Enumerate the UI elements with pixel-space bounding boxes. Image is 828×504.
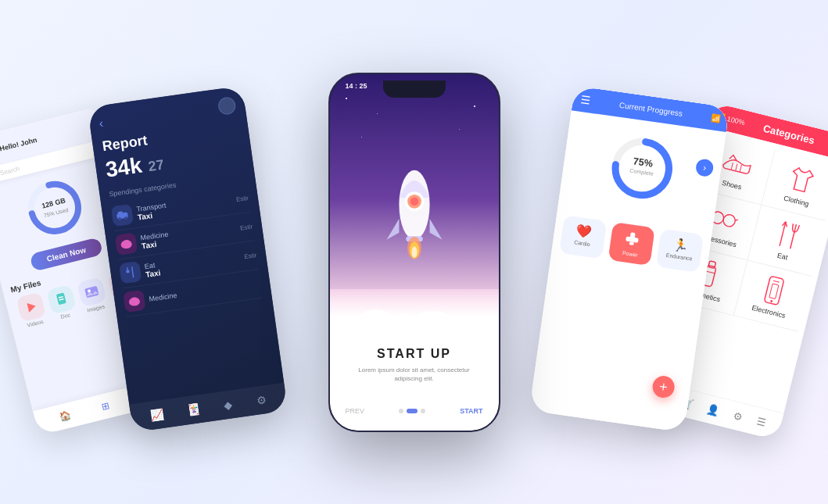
- chart-icon[interactable]: 📈: [149, 407, 164, 421]
- start-button[interactable]: START: [460, 407, 482, 415]
- medicine2-cat: Medicine: [148, 279, 260, 302]
- add-fab[interactable]: +: [651, 374, 676, 399]
- report-amount: 34k: [103, 152, 143, 182]
- svg-rect-13: [117, 211, 122, 214]
- eat-category-icon: [769, 216, 805, 252]
- dot-3: [421, 409, 425, 413]
- progress-main: 75% Complete ›: [565, 117, 718, 228]
- dark-avatar: [217, 96, 236, 116]
- phone-center: START UP Lorem ipsum dolor sit amet, con…: [328, 73, 500, 432]
- storage-circle: 128 GB 75% Used: [16, 170, 92, 245]
- cat-menu-icon[interactable]: ☰: [755, 415, 766, 428]
- svg-rect-53: [708, 260, 715, 268]
- eat-icon: [119, 261, 142, 284]
- svg-rect-5: [56, 292, 66, 305]
- back-arrow-icon[interactable]: ‹: [98, 116, 104, 130]
- medicine-icon: [114, 232, 137, 255]
- eat-label: Eat: [776, 251, 788, 261]
- svg-point-1: [26, 179, 83, 236]
- dot-1: [399, 409, 403, 413]
- scene: Hello! John 🔍 Search 128 GB 75% Used Cle…: [23, 18, 805, 487]
- phone-notch: [383, 80, 446, 98]
- eat-est: Estir: [243, 251, 256, 259]
- medicine2-icon: [123, 289, 145, 312]
- hamburger-icon[interactable]: ☰: [579, 92, 591, 106]
- nav-dots: [399, 409, 425, 413]
- dot-2: [407, 409, 418, 413]
- cat-settings-icon[interactable]: ⚙: [732, 409, 744, 423]
- svg-point-43: [722, 213, 736, 227]
- svg-line-40: [735, 163, 737, 170]
- progress-title-text: Current Proggress: [618, 100, 683, 117]
- power-btn[interactable]: Power: [608, 222, 655, 266]
- power-icon: [612, 228, 651, 252]
- svg-rect-57: [769, 284, 778, 298]
- svg-text:75%: 75%: [632, 155, 653, 169]
- signal-icon: 📶: [710, 113, 720, 123]
- svg-line-56: [772, 281, 779, 282]
- svg-point-25: [411, 247, 417, 258]
- rocket-illustration: [330, 102, 499, 290]
- prev-button[interactable]: PREV: [346, 407, 365, 415]
- svg-marker-4: [27, 301, 37, 312]
- electronics-icon: [755, 272, 791, 308]
- search-placeholder: Search: [0, 164, 20, 176]
- donut-chart: 75% Complete: [602, 128, 682, 208]
- transport-est: Estir: [235, 194, 249, 202]
- clothing-icon: [783, 162, 819, 198]
- onboarding-title: START UP: [346, 347, 483, 361]
- file-icon-images: [76, 277, 106, 307]
- onboarding-desc: Lorem ipsum dolor sit amet, consectetur …: [346, 366, 483, 383]
- home-icon[interactable]: 🏠: [58, 409, 72, 423]
- next-arrow[interactable]: ›: [694, 158, 714, 177]
- svg-line-50: [779, 231, 783, 245]
- diamond-icon[interactable]: ◆: [223, 398, 233, 411]
- svg-point-0: [26, 179, 83, 236]
- onboarding-nav: PREV START: [330, 399, 499, 431]
- svg-rect-55: [764, 276, 784, 305]
- svg-line-41: [739, 164, 740, 171]
- status-time: 14 : 25: [346, 82, 367, 90]
- grid-icon[interactable]: ⊞: [100, 399, 110, 412]
- file-icon-doc: [46, 284, 77, 314]
- file-icon-videos: [16, 291, 46, 322]
- cat-user-icon[interactable]: 👤: [705, 402, 720, 416]
- transport-icon: [110, 203, 133, 226]
- cardio-btn[interactable]: ❤️ Cardio: [559, 215, 607, 259]
- svg-line-17: [131, 266, 133, 277]
- onboarding-text: START UP Lorem ipsum dolor sit amet, con…: [330, 336, 499, 399]
- svg-point-58: [769, 299, 772, 302]
- shoes-label: Shoes: [721, 178, 742, 191]
- medicine-est: Estir: [239, 222, 253, 231]
- gear-icon[interactable]: ⚙: [255, 393, 267, 407]
- user-greeting: Hello! John: [0, 135, 38, 152]
- svg-line-39: [730, 163, 732, 170]
- card-icon[interactable]: 🃏: [186, 402, 201, 416]
- svg-rect-8: [84, 285, 99, 298]
- svg-point-21: [410, 198, 418, 206]
- shoes-icon: [719, 145, 755, 181]
- endurance-btn[interactable]: 🏃 Endurance: [656, 228, 704, 272]
